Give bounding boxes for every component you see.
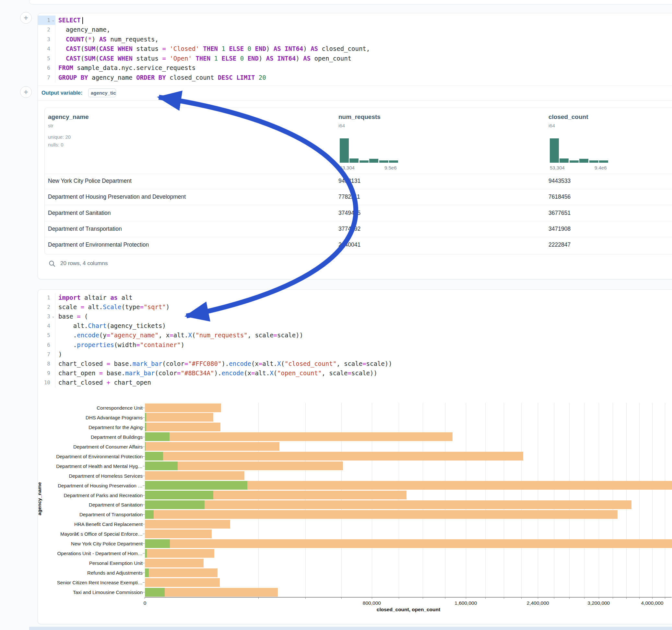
table-cell-closed-count: 7618456	[549, 193, 571, 200]
code-token: , scale	[248, 332, 273, 339]
output-variable-label: Output variable:	[42, 90, 83, 96]
code-line: )	[58, 350, 62, 359]
code-token: (	[81, 313, 88, 320]
bar-closed	[145, 530, 212, 538]
code-token: closed_count	[166, 74, 218, 81]
code-token: X	[188, 332, 192, 339]
code-token: (	[95, 45, 99, 52]
y-axis-category-label: Taxi and Limousine Commission	[32, 589, 143, 595]
code-token	[281, 45, 285, 52]
code-token: (	[281, 360, 284, 367]
line-number: 6	[38, 340, 50, 350]
y-axis-tick	[143, 573, 145, 573]
table-cell-num-requests: 3749485	[338, 210, 360, 216]
code-line: SELECT	[58, 16, 83, 25]
table-cell-num-requests: 7782211	[338, 193, 360, 200]
code-token: "container"	[140, 341, 181, 348]
column-header[interactable]: closed_count	[549, 114, 588, 121]
y-axis-category-label: Department of Homeless Services	[32, 473, 143, 479]
code-line: chart_closed = base.mark_bar(color="#FFC…	[58, 359, 392, 368]
line-number: 9	[38, 368, 50, 378]
code-token: Chart	[88, 322, 107, 329]
code-token: FROM	[58, 64, 73, 71]
histogram-bar	[579, 159, 589, 163]
code-token: (	[84, 35, 88, 43]
output-variable-pill[interactable]: agency_tickets	[88, 89, 116, 97]
line-number: 1	[38, 293, 50, 302]
table-row-divider	[45, 221, 672, 221]
code-token: WHEN	[118, 45, 133, 52]
code-token: ORDER BY	[136, 74, 166, 81]
line-number: 5	[38, 331, 50, 340]
code-token: 'Open'	[170, 55, 192, 62]
code-token: AS	[303, 55, 311, 62]
x-axis-domain-line	[145, 597, 672, 598]
table-cell-agency: Department of Sanitation	[48, 210, 111, 216]
code-token: (	[273, 369, 277, 377]
text-cursor	[82, 17, 83, 24]
y-axis-tick	[143, 485, 145, 486]
chart-gridline	[569, 403, 570, 597]
code-token: altair	[81, 294, 111, 301]
code-token: (type	[122, 303, 140, 311]
histogram-bar	[369, 159, 378, 163]
code-token: SUM	[84, 45, 95, 52]
y-axis-category-label: Refunds and Adjustments	[32, 570, 143, 576]
y-axis-category-label: Department of Sanitation	[32, 502, 143, 508]
code-token: 0	[248, 45, 251, 52]
collapse-chevron-icon[interactable]: ⌄	[51, 312, 56, 321]
code-token: 20	[259, 74, 266, 81]
column-header[interactable]: agency_name	[48, 114, 89, 121]
code-token: "closed_count"	[285, 360, 336, 367]
code-token: mark_bar	[133, 360, 162, 367]
bar-open	[145, 491, 213, 500]
column-type: i64	[549, 123, 555, 128]
code-line: scale = alt.Scale(type="sqrt")	[58, 302, 170, 312]
bar-closed	[145, 568, 217, 577]
code-token: (color	[162, 360, 185, 367]
collapse-chevron-icon[interactable]: ⌄	[51, 16, 56, 25]
line-number: 7	[38, 350, 50, 359]
code-token: (x	[244, 369, 251, 377]
y-axis-tick	[143, 505, 145, 505]
chart-gridline	[538, 403, 538, 597]
column-header[interactable]: num_requests	[338, 114, 381, 121]
code-token: encode	[221, 369, 244, 377]
y-axis-category-label: Mayorâ€ s Office of Special Enforce…	[32, 531, 143, 537]
table-header-divider	[45, 174, 672, 174]
y-axis-category-label: HRA Benefit Card Replacement	[32, 522, 143, 527]
code-token: closed_count,	[318, 45, 370, 52]
code-token: CAST	[66, 45, 81, 52]
chart-gridline	[466, 403, 466, 597]
code-line: alt.Chart(agency_tickets)	[58, 321, 166, 331]
histogram-bar	[550, 138, 559, 163]
code-line: CAST(SUM(CASE WHEN status = 'Closed' THE…	[58, 44, 370, 53]
code-token: =	[185, 360, 188, 367]
bar-closed	[145, 442, 280, 451]
histogram-bar	[389, 161, 398, 163]
x-axis-tick-label: 4,000,000	[641, 600, 664, 606]
line-number: 10	[38, 378, 50, 387]
search-icon[interactable]	[49, 260, 56, 267]
table-footer-summary: 20 rows, 4 columns	[60, 260, 107, 267]
add-cell-button-output[interactable]: +	[20, 86, 32, 98]
code-token: scale))	[366, 360, 392, 367]
histogram-min-label: 53,304	[550, 165, 565, 170]
bar-closed	[145, 549, 214, 558]
code-token: ).	[221, 360, 229, 367]
code-token: chart_closed	[58, 379, 107, 386]
bar-closed	[145, 510, 618, 519]
chart-gridline	[372, 403, 372, 597]
y-axis-category-label: Correspondence Unit	[32, 405, 143, 411]
code-token: =	[362, 360, 366, 367]
code-token: alt.	[262, 360, 277, 367]
column-meta: nulls: 0	[48, 142, 64, 147]
bar-closed	[145, 471, 244, 480]
code-token: AS	[311, 45, 318, 52]
add-cell-button-top[interactable]: +	[20, 12, 32, 24]
code-token: =	[170, 332, 173, 339]
next-cell-edge	[29, 627, 672, 630]
code-line: GROUP BY agency_name ORDER BY closed_cou…	[58, 73, 266, 82]
code-token: )	[259, 55, 266, 62]
code-token: CAST	[66, 55, 81, 62]
